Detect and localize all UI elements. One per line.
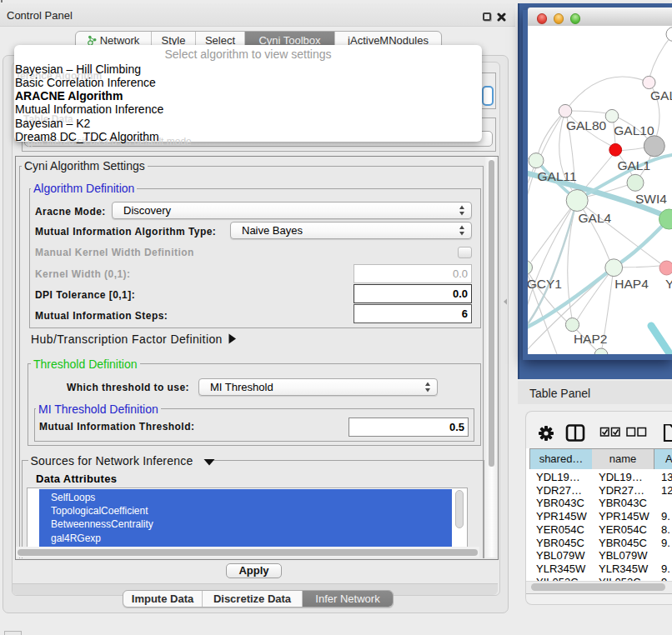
svg-text:YM: YM: [665, 277, 672, 291]
svg-text:HAP2: HAP2: [574, 332, 608, 346]
svg-text:GCY1: GCY1: [528, 277, 562, 291]
svg-text:GAL11: GAL11: [538, 169, 577, 183]
svg-text:GAL1: GAL1: [617, 158, 650, 172]
svg-text:GAL80: GAL80: [566, 118, 607, 132]
svg-text:GAL4: GAL4: [579, 211, 612, 225]
svg-text:SWI4: SWI4: [635, 192, 667, 206]
svg-text:HAP4: HAP4: [614, 277, 649, 291]
svg-text:GAL10: GAL10: [614, 123, 654, 138]
svg-text:GAL7: GAL7: [650, 88, 672, 102]
